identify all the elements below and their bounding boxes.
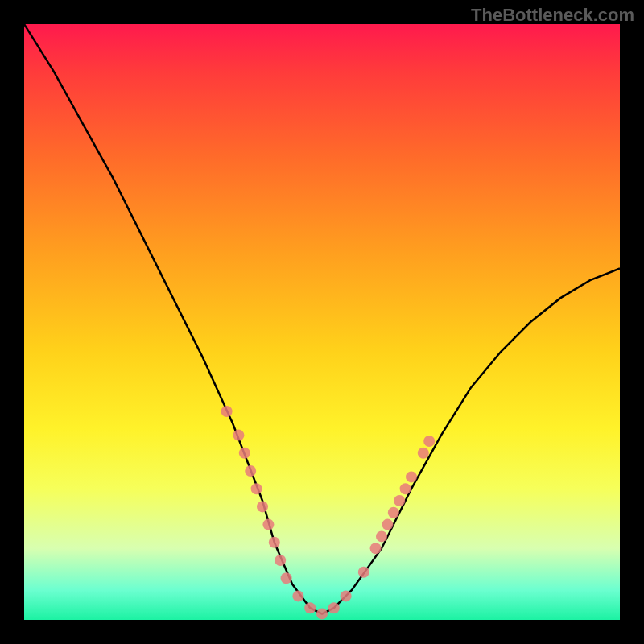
marker-dot [251,483,262,494]
marker-dot [233,430,244,441]
marker-dot [269,537,280,548]
marker-dot [262,519,274,530]
marker-dot [257,501,268,512]
marker-dot [316,609,328,620]
highlighted-marker-group [221,406,436,620]
marker-dot [400,483,411,494]
marker-dot [382,519,393,530]
marker-dot [328,602,340,613]
marker-dot [304,602,316,613]
marker-dot [418,448,429,459]
watermark-text: TheBottleneck.com [471,5,634,26]
bottleneck-curve-line [24,24,620,614]
marker-dot [341,590,352,601]
marker-dot [239,448,250,459]
marker-dot [406,471,417,482]
marker-dot [423,436,435,447]
marker-dot [388,507,399,518]
marker-dot [245,465,256,477]
marker-dot [281,572,292,584]
marker-dot [376,530,387,542]
marker-dot [394,495,405,506]
marker-dot [292,590,303,601]
chart-plot-area [24,24,620,620]
marker-dot [275,555,286,566]
marker-dot [221,406,233,417]
chart-svg [24,24,620,620]
marker-dot [370,543,382,554]
marker-dot [358,567,369,578]
